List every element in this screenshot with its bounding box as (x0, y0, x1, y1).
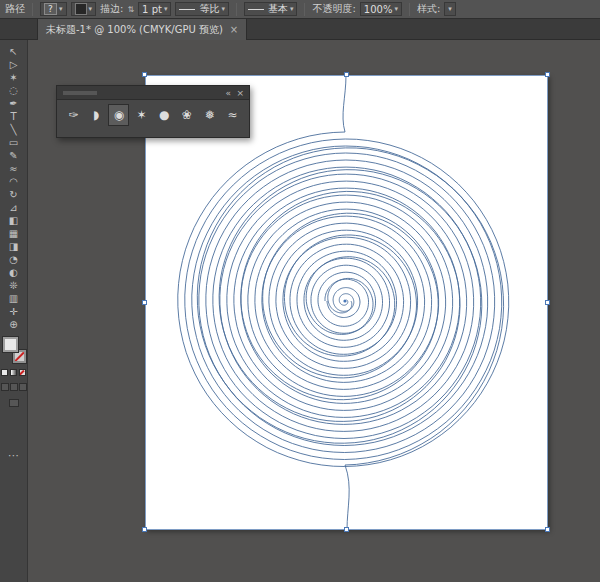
direct-selection-tool[interactable]: ▷ (3, 58, 25, 71)
magic-wand-tool[interactable]: ✶ (3, 71, 25, 84)
selection-handle[interactable] (344, 527, 349, 532)
chevron-down-icon: ▾ (164, 6, 168, 13)
fill-color-dropdown[interactable]: ? ▾ (40, 2, 67, 16)
separator (32, 3, 33, 16)
graph-tool[interactable]: ▥ (3, 292, 25, 305)
width-profile-dropdown[interactable]: 等比 ▾ (175, 2, 229, 16)
selection-tool[interactable]: ↖ (3, 45, 25, 58)
style-dropdown[interactable]: ▾ (444, 2, 456, 16)
gradient-tool[interactable]: ◨ (3, 240, 25, 253)
bloat-tool-icon[interactable]: ● (154, 104, 175, 126)
none-slash-icon (19, 370, 25, 376)
chevron-down-icon: ▾ (394, 6, 398, 13)
close-icon[interactable]: × (230, 24, 238, 35)
control-bar: 路径 ? ▾ ▾ 描边: ⇅ 1 pt ▾ 等比 ▾ 基本 ▾ 不透明度: (0, 0, 600, 19)
stroke-width-dropdown[interactable]: 1 pt ▾ (138, 2, 171, 16)
pucker-tool-icon[interactable]: ✶ (131, 104, 152, 126)
opacity-dropdown[interactable]: 100% ▾ (360, 2, 402, 16)
blend-tool[interactable]: ◐ (3, 266, 25, 279)
draw-mode-buttons (1, 383, 27, 391)
paintbrush-tool[interactable]: ✎ (3, 149, 25, 162)
mesh-tool[interactable]: ▦ (3, 227, 25, 240)
shape-builder-tool[interactable]: ◧ (3, 214, 25, 227)
brush-preview-icon (248, 9, 264, 10)
object-type-label: 路径 (5, 2, 25, 16)
rectangle-tool[interactable]: ▭ (3, 136, 25, 149)
stroke-color-dropdown[interactable]: ▾ (71, 2, 97, 16)
chevron-down-icon: ▾ (59, 6, 63, 13)
rotate-tool[interactable]: ↻ (3, 188, 25, 201)
chevron-down-icon: ▾ (290, 6, 294, 13)
fill-swatch-icon: ? (44, 3, 57, 15)
stroke-label: 描边: (100, 2, 123, 16)
color-mode-buttons (1, 369, 26, 376)
selection-handle[interactable] (142, 72, 147, 77)
chevron-down-icon: ▾ (448, 6, 452, 13)
panel-header[interactable]: « × (57, 86, 249, 100)
floating-tool-panel[interactable]: « × ✑◗◉✶●❀❅≈ (56, 85, 250, 138)
artboard[interactable] (145, 75, 548, 530)
selection-handle[interactable] (545, 72, 550, 77)
color-button[interactable] (1, 369, 8, 376)
chevron-down-icon: ▾ (221, 6, 225, 13)
chevron-down-icon: ▾ (89, 6, 93, 13)
selection-handle[interactable] (142, 527, 147, 532)
selection-handle[interactable] (344, 72, 349, 77)
hand-tool[interactable]: ✛ (3, 305, 25, 318)
selection-handle[interactable] (545, 300, 550, 305)
scallop-tool-icon[interactable]: ❀ (177, 104, 198, 126)
selection-center-point (343, 299, 346, 302)
scale-tool[interactable]: ⊿ (3, 201, 25, 214)
eyedropper-tool[interactable]: ◔ (3, 253, 25, 266)
close-icon[interactable]: × (236, 87, 244, 99)
toolbar-tools: ↖▷✶◌✒T╲▭✎≈◠↻⊿◧▦◨◔◐❊▥✛⊕ (3, 45, 25, 331)
width-tool[interactable]: ◠ (3, 175, 25, 188)
document-tab-bar: 未标题-1* @ 100% (CMYK/GPU 预览) × (0, 19, 600, 40)
stroke-width-value: 1 pt (142, 4, 162, 15)
crystallize-tool-icon[interactable]: ❅ (199, 104, 220, 126)
panel-body: ✑◗◉✶●❀❅≈ (57, 100, 249, 126)
stroke-swatch-icon (75, 3, 87, 15)
draw-inside-button[interactable] (19, 383, 27, 391)
width-profile-value: 等比 (199, 2, 219, 16)
twirl-tool-icon[interactable]: ◉ (108, 104, 129, 126)
draw-behind-button[interactable] (10, 383, 18, 391)
opacity-value: 100% (364, 4, 393, 15)
fill-stroke-indicator[interactable] (2, 337, 26, 363)
warp-tool-icon[interactable]: ◗ (86, 104, 107, 126)
spiral-svg (145, 75, 548, 530)
separator (236, 3, 237, 16)
pen-tool[interactable]: ✒ (3, 97, 25, 110)
document-tab-title: 未标题-1* @ 100% (CMYK/GPU 预览) (46, 23, 223, 37)
none-button[interactable] (19, 369, 26, 376)
document-tab[interactable]: 未标题-1* @ 100% (CMYK/GPU 预览) × (37, 19, 247, 40)
type-tool[interactable]: T (3, 110, 25, 123)
zoom-tool[interactable]: ⊕ (3, 318, 25, 331)
line-segment-tool[interactable]: ╲ (3, 123, 25, 136)
illustrator-window: 路径 ? ▾ ▾ 描边: ⇅ 1 pt ▾ 等比 ▾ 基本 ▾ 不透明度: (0, 0, 600, 582)
gradient-button[interactable] (10, 369, 17, 376)
wrinkle-tool-icon[interactable]: ≈ (222, 104, 243, 126)
separator (409, 3, 410, 16)
opacity-label: 不透明度: (312, 2, 355, 16)
none-slash-icon (14, 352, 24, 362)
fill-swatch[interactable] (3, 337, 18, 352)
lasso-tool[interactable]: ◌ (3, 84, 25, 97)
width-profile-preview-icon (179, 9, 195, 10)
separator (304, 3, 305, 16)
stroke-width-stepper[interactable]: ⇅ (127, 5, 134, 14)
draw-normal-button[interactable] (1, 383, 9, 391)
symbol-sprayer-tool[interactable]: ❊ (3, 279, 25, 292)
selection-handle[interactable] (545, 527, 550, 532)
selection-handle[interactable] (142, 300, 147, 305)
toolbar-more-button[interactable]: ⋯ (3, 449, 25, 462)
pencil-tool[interactable]: ≈ (3, 162, 25, 175)
panel-title (63, 91, 97, 95)
screen-mode-button[interactable] (9, 399, 19, 407)
collapse-icon[interactable]: « (225, 87, 231, 99)
brush-definition-value: 基本 (268, 2, 288, 16)
brush-definition-dropdown[interactable]: 基本 ▾ (244, 2, 298, 16)
style-label: 样式: (417, 2, 440, 16)
width-tool-icon[interactable]: ✑ (63, 104, 84, 126)
toolbar: ↖▷✶◌✒T╲▭✎≈◠↻⊿◧▦◨◔◐❊▥✛⊕ ⋯ (0, 40, 28, 582)
